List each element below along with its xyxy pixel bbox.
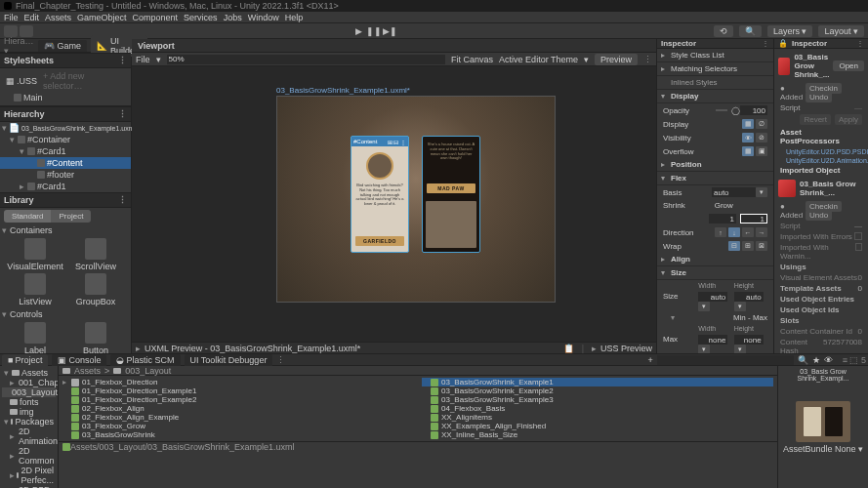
library-visualelement[interactable]: VisualElement [6,238,64,271]
copy-uxml-icon[interactable]: 📋 [563,344,574,353]
opacity-field[interactable] [740,105,767,115]
undo-history-icon[interactable]: ⟲ [714,25,733,37]
library-listview[interactable]: ListView [6,273,64,306]
menu-help[interactable]: Help [285,13,304,22]
opacity-handle[interactable]: ◯ [731,106,740,115]
basis-unit-dropdown[interactable]: ▾ [756,187,767,197]
library-label[interactable]: Label [6,322,64,355]
flex-basis-field[interactable] [712,187,756,197]
visibility-visible-btn[interactable]: 👁 [742,133,754,142]
project-file-item[interactable]: 03_BasisGrowShrink_Example2 [422,386,773,395]
visibility-hidden-btn[interactable]: ⊘ [756,133,767,142]
project-file-item[interactable]: ▸01_Flexbox_Direction [62,378,414,386]
lock-icon[interactable]: 🔒 [778,39,788,48]
menu-file[interactable]: File [4,13,19,22]
size-height-field[interactable] [734,292,764,302]
layers-dropdown[interactable]: Layers ▾ [767,25,813,37]
pause-button[interactable]: ❚❚ [368,25,380,37]
project-file-item[interactable]: 01_Flexbox_Direction_Example2 [62,395,414,404]
menu-jobs[interactable]: Jobs [224,13,242,22]
search-filter-icon[interactable]: 🔍 [798,355,808,365]
revert-button[interactable]: Revert [800,114,831,125]
max-height-field[interactable] [734,335,764,345]
library-groupbox[interactable]: GroupBox [66,273,125,306]
search-icon[interactable]: 🔍 [739,25,762,37]
menu-window[interactable]: Window [248,13,279,22]
add-icon[interactable]: + [647,355,652,365]
library-standard-toggle[interactable]: Standard [4,210,51,223]
display-section[interactable]: ▾Display [657,90,773,103]
project-breadcrumb[interactable]: Assets > 003_Layout [59,366,777,376]
menu-assets[interactable]: Assets [45,13,71,22]
project-file-item[interactable]: XX_Inline_Basis_Size [422,430,773,439]
project-file-item[interactable]: 02_Flexbox_Align [62,404,414,413]
project-search-field[interactable] [657,355,794,365]
library-group-controls[interactable]: ▾ Controls [0,308,131,320]
postprocessor-item[interactable]: UnityEditor.U2D.PSD.PSDImpo... [786,148,868,155]
viewport-canvas[interactable]: 03_BasisGrowShrink_Example1.uxml* #Conte… [132,66,656,342]
selector-main[interactable]: Main [23,93,43,102]
library-menu-icon[interactable]: ⋮ [118,195,127,205]
library-scrollview[interactable]: ScrollView [66,238,125,271]
inspector-menu-icon[interactable]: ⋮ [762,39,769,48]
flex-section[interactable]: ▾Flex [657,172,773,185]
project-file-item[interactable]: 03_BasisGrowShrink [62,430,414,439]
hidden-icon[interactable]: 👁 [824,355,833,365]
preview-toggle[interactable]: Preview [595,54,638,65]
align-section[interactable]: ▸Align [657,253,773,266]
undo-button[interactable]: Undo [806,92,832,102]
project-file-item[interactable]: 01_Flexbox_Direction_Example1 [62,386,414,395]
project-file-item[interactable]: 03_BasisGrowShrink_Example3 [422,395,773,404]
library-project-toggle[interactable]: Project [51,210,91,223]
favorite-icon[interactable]: ★ [812,355,820,365]
assetbundle-dropdown[interactable]: None ▾ [835,444,863,454]
library-button[interactable]: Button [66,322,125,355]
postprocessor-item[interactable]: UnityEditor.U2D.Animation.Sprit... [786,157,868,164]
menu-gameobject[interactable]: GameObject [77,13,127,22]
stylesheets-header[interactable]: StyleSheets ⋮ [0,53,131,68]
open-button[interactable]: Open [833,61,864,71]
style-class-list[interactable]: ▸Style Class List [657,49,773,62]
console-tab[interactable]: ▣ Console [52,354,106,366]
fit-canvas-button[interactable]: Fit Canvas [451,55,493,64]
size-section[interactable]: ▾Size [657,266,773,280]
uitoolkit-debugger-tab[interactable]: UI Toolkit Debugger [185,354,273,366]
active-theme-dropdown[interactable]: Active Editor Theme [499,55,578,64]
game-tab[interactable]: 🎮 Game [38,40,88,52]
project-file-item[interactable]: XX_Alignitems [422,413,773,422]
project-folder-tree[interactable]: ▾Assets ▸ 001_Chapter_9 003_Layout fonts… [0,366,59,488]
library-header[interactable]: Library ⋮ [0,192,131,208]
hierarchy-card1a[interactable]: ▾ #Card1 [0,145,131,157]
apply-button[interactable]: Apply [835,114,862,125]
play-button[interactable]: ▶ [352,25,364,37]
display-none-btn[interactable]: ∅ [756,119,767,129]
card-garfieldo[interactable]: #Content⊞ ⊟ ⋮ Bird watching with friends… [351,136,409,253]
project-file-item[interactable]: 04_Flexbox_Basis [422,404,773,413]
hierarchy-container[interactable]: ▾ #Container [0,134,131,145]
max-width-field[interactable] [698,335,727,345]
menu-component[interactable]: Component [133,13,179,22]
hierarchy-footer[interactable]: #footer [0,169,131,181]
undo-button[interactable]: Undo [806,210,832,221]
hierarchy-header[interactable]: Hierarchy ⋮ [0,106,131,122]
overflow-hidden-btn[interactable]: ▣ [756,146,767,156]
hierarchy-content[interactable]: #Content [0,157,131,169]
menu-edit[interactable]: Edit [24,13,40,22]
hierarchy-card1b[interactable]: ▸ #Card1 [0,181,131,192]
right-inspector-menu-icon[interactable]: ⋮ [856,39,864,48]
viewport-zoom[interactable] [167,55,446,64]
project-file-item[interactable]: 02_Flexbox_Align_Example [62,413,414,422]
hierarchy-root[interactable]: ▾📄 03_BasisGrowShrink_Example1.uxml [0,122,131,134]
uxml-preview-title[interactable]: UXML Preview - 03_BasisGrowShrink_Exampl… [145,344,360,353]
overflow-visible-btn[interactable]: ▦ [742,146,754,156]
project-tabs-menu-icon[interactable]: ⋮ [276,355,285,365]
display-flex-btn[interactable]: ▦ [742,119,754,129]
project-file-item[interactable]: XX_Examples_Align_Finished [422,422,773,430]
layout-dropdown[interactable]: Layout ▾ [818,25,864,37]
card-madpaw[interactable]: She's a house raised cat. A cute one at … [422,136,480,253]
project-file-item[interactable]: 03_Flexbox_Grow [62,422,414,430]
stylesheets-menu-icon[interactable]: ⋮ [118,56,127,65]
plastic-scm-tab[interactable]: ◒ Plastic SCM [110,354,180,366]
step-button[interactable]: ▶❚ [384,25,395,37]
size-width-field[interactable] [698,292,727,302]
